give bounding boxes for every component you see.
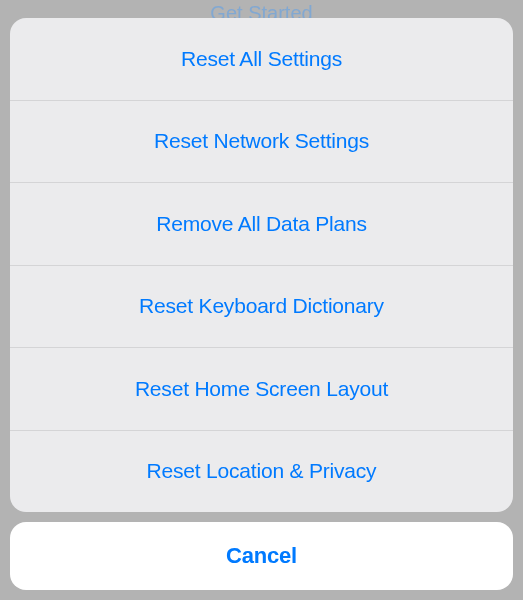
reset-home-screen-layout-option[interactable]: Reset Home Screen Layout — [10, 348, 513, 431]
reset-keyboard-dictionary-option[interactable]: Reset Keyboard Dictionary — [10, 266, 513, 349]
option-label: Remove All Data Plans — [156, 212, 367, 236]
action-sheet-options: Reset All Settings Reset Network Setting… — [10, 18, 513, 512]
reset-network-settings-option[interactable]: Reset Network Settings — [10, 101, 513, 184]
option-label: Reset Keyboard Dictionary — [139, 294, 384, 318]
action-sheet-container: Reset All Settings Reset Network Setting… — [10, 18, 513, 590]
remove-all-data-plans-option[interactable]: Remove All Data Plans — [10, 183, 513, 266]
cancel-label: Cancel — [226, 543, 297, 569]
option-label: Reset Home Screen Layout — [135, 377, 388, 401]
cancel-button[interactable]: Cancel — [10, 522, 513, 590]
reset-all-settings-option[interactable]: Reset All Settings — [10, 18, 513, 101]
option-label: Reset Network Settings — [154, 129, 369, 153]
option-label: Reset Location & Privacy — [147, 459, 377, 483]
option-label: Reset All Settings — [181, 47, 342, 71]
reset-location-privacy-option[interactable]: Reset Location & Privacy — [10, 431, 513, 513]
